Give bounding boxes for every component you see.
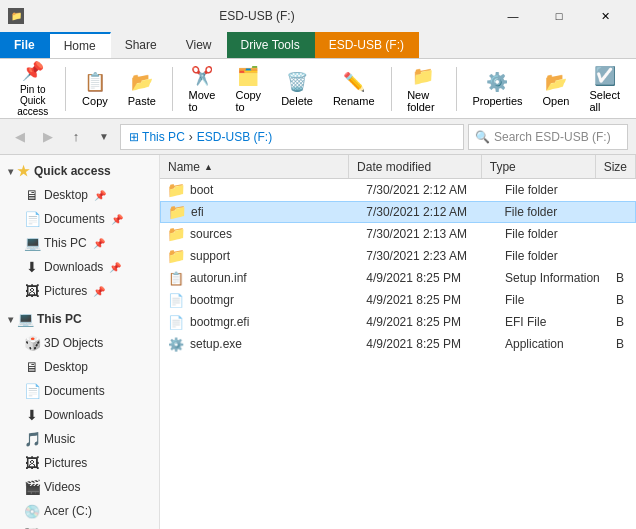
sidebar-item-downloads-qa[interactable]: ⬇ Downloads 📌 — [0, 255, 159, 279]
open-button[interactable]: 📂 Open — [535, 67, 578, 111]
file-icon: 📋 — [168, 270, 184, 286]
window-controls: — □ ✕ — [490, 0, 628, 32]
sidebar-item-videos[interactable]: 🎬 Videos — [0, 475, 159, 499]
col-name-label: Name — [168, 160, 200, 174]
file-name: setup.exe — [190, 337, 242, 351]
sidebar-item-3d-objects[interactable]: 🎲 3D Objects — [0, 331, 159, 355]
sidebar-item-desktop-qa[interactable]: 🖥 Desktop 📌 — [0, 183, 159, 207]
rename-button[interactable]: ✏️ Rename — [325, 67, 383, 111]
sidebar-thispc-qa-label: This PC — [44, 236, 87, 250]
sidebar-item-drive-c[interactable]: 💿 Acer (C:) — [0, 499, 159, 523]
table-row[interactable]: ⚙️ setup.exe 4/9/2021 8:25 PM Applicatio… — [160, 333, 636, 355]
ribbon-tabs: File Home Share View Drive Tools ESD-USB… — [0, 32, 636, 58]
quick-access-star-icon: ★ — [17, 163, 30, 179]
app-icon: 📁 — [8, 8, 24, 24]
path-esd[interactable]: ESD-USB (F:) — [197, 130, 272, 144]
sidebar-item-documents[interactable]: 📄 Documents — [0, 379, 159, 403]
tab-esd-usb[interactable]: ESD-USB (F:) — [315, 32, 419, 58]
table-row[interactable]: 📄 bootmgr 4/9/2021 8:25 PM File 405 KB — [160, 289, 636, 311]
address-path[interactable]: ⊞ This PC › ESD-USB (F:) — [120, 124, 464, 150]
pin-indicator-dl: 📌 — [109, 262, 121, 273]
up-button[interactable]: ↑ — [64, 125, 88, 149]
file-name: bootmgr — [190, 293, 234, 307]
properties-button[interactable]: ⚙️ Properties — [464, 67, 530, 111]
sidebar-item-thispc-qa[interactable]: 💻 This PC 📌 — [0, 231, 159, 255]
col-header-type[interactable]: Type — [482, 155, 596, 178]
new-folder-button[interactable]: 📁 New folder — [399, 61, 448, 117]
file-cell-size: 405 KB — [616, 289, 636, 311]
tab-view[interactable]: View — [172, 32, 227, 58]
file-icon: 📁 — [168, 248, 184, 264]
search-box[interactable]: 🔍 Search ESD-USB (F:) — [468, 124, 628, 150]
maximize-button[interactable]: □ — [536, 0, 582, 32]
sidebar-videos-label: Videos — [44, 480, 80, 494]
path-separator-1: › — [189, 130, 193, 144]
delete-label: Delete — [281, 95, 313, 107]
separator-4 — [456, 67, 457, 111]
file-name: efi — [191, 205, 204, 219]
music-icon: 🎵 — [24, 431, 40, 447]
tab-home[interactable]: Home — [50, 32, 111, 58]
tab-drive-tools[interactable]: Drive Tools — [227, 32, 315, 58]
sidebar-item-documents-qa[interactable]: 📄 Documents 📌 — [0, 207, 159, 231]
copy-label: Copy — [82, 95, 108, 107]
col-type-label: Type — [490, 160, 516, 174]
ribbon-content: 📌 Pin to Quickaccess 📋 Copy 📂 Paste ✂️ M… — [0, 59, 636, 119]
sidebar-item-downloads[interactable]: ⬇ Downloads — [0, 403, 159, 427]
col-header-name[interactable]: Name ▲ — [160, 155, 349, 178]
table-row[interactable]: 📁 support 7/30/2021 2:23 AM File folder — [160, 245, 636, 267]
file-name: bootmgr.efi — [190, 315, 249, 329]
table-row[interactable]: 📁 boot 7/30/2021 2:12 AM File folder — [160, 179, 636, 201]
col-header-size[interactable]: Size — [596, 155, 636, 178]
3d-objects-icon: 🎲 — [24, 335, 40, 351]
delete-button[interactable]: 🗑️ Delete — [273, 67, 321, 111]
copy-to-button[interactable]: 🗂️ Copy to — [227, 61, 269, 117]
sidebar-downloads-label: Downloads — [44, 408, 103, 422]
pin-to-quick-access-button[interactable]: 📌 Pin to Quickaccess — [8, 56, 57, 121]
minimize-button[interactable]: — — [490, 0, 536, 32]
delete-icon: 🗑️ — [286, 71, 308, 93]
separator-1 — [65, 67, 66, 111]
table-row[interactable]: 📁 sources 7/30/2021 2:13 AM File folder — [160, 223, 636, 245]
file-cell-name: 📁 support — [160, 245, 358, 267]
file-cell-size: 1,506 KB — [616, 311, 636, 333]
copy-button[interactable]: 📋 Copy — [74, 67, 116, 111]
pin-indicator-docs: 📌 — [111, 214, 123, 225]
back-button: ◀ — [8, 125, 32, 149]
sidebar-item-pictures-qa[interactable]: 🖼 Pictures 📌 — [0, 279, 159, 303]
file-cell-size: 1 KB — [616, 267, 636, 289]
close-button[interactable]: ✕ — [582, 0, 628, 32]
paste-button[interactable]: 📂 Paste — [120, 67, 164, 111]
sidebar-item-pictures[interactable]: 🖼 Pictures — [0, 451, 159, 475]
file-cell-date: 4/9/2021 8:25 PM — [358, 289, 497, 311]
sidebar-thispc-label: This PC — [37, 312, 82, 326]
sidebar-item-desktop[interactable]: 🖥 Desktop — [0, 355, 159, 379]
table-row[interactable]: 📄 bootmgr.efi 4/9/2021 8:25 PM EFI File … — [160, 311, 636, 333]
file-cell-type: Application — [497, 333, 616, 355]
sidebar-item-drive-d[interactable]: 💾 Local Disk (D:) — [0, 523, 159, 529]
tab-file[interactable]: File — [0, 32, 50, 58]
file-cell-date: 4/9/2021 8:25 PM — [358, 267, 497, 289]
col-header-date[interactable]: Date modified — [349, 155, 482, 178]
file-cell-date: 7/30/2021 2:23 AM — [358, 245, 497, 267]
sidebar-thispc-header: ▾ 💻 This PC — [0, 307, 159, 331]
recent-locations-button[interactable]: ▼ — [92, 125, 116, 149]
title-bar-icons: 📁 — [8, 8, 24, 24]
move-to-button[interactable]: ✂️ Move to — [181, 61, 224, 117]
file-cell-name: ⚙️ setup.exe — [160, 333, 358, 355]
file-cell-name: 📁 efi — [161, 202, 358, 222]
sidebar-quick-access-header: ▾ ★ Quick access — [0, 159, 159, 183]
sidebar-item-music[interactable]: 🎵 Music — [0, 427, 159, 451]
sidebar: ▾ ★ Quick access 🖥 Desktop 📌 📄 Documents… — [0, 155, 160, 529]
sidebar-desktop-qa-label: Desktop — [44, 188, 88, 202]
thispc-section-icon: 💻 — [17, 311, 33, 327]
file-cell-size — [615, 202, 635, 222]
file-cell-date: 4/9/2021 8:25 PM — [358, 333, 497, 355]
table-row[interactable]: 📁 efi 7/30/2021 2:12 AM File folder — [160, 201, 636, 223]
select-button[interactable]: ☑️ Select all — [581, 61, 628, 117]
table-row[interactable]: 📋 autorun.inf 4/9/2021 8:25 PM Setup Inf… — [160, 267, 636, 289]
path-thispc[interactable]: ⊞ This PC — [129, 130, 185, 144]
properties-label: Properties — [472, 95, 522, 107]
videos-icon: 🎬 — [24, 479, 40, 495]
tab-share[interactable]: Share — [111, 32, 172, 58]
